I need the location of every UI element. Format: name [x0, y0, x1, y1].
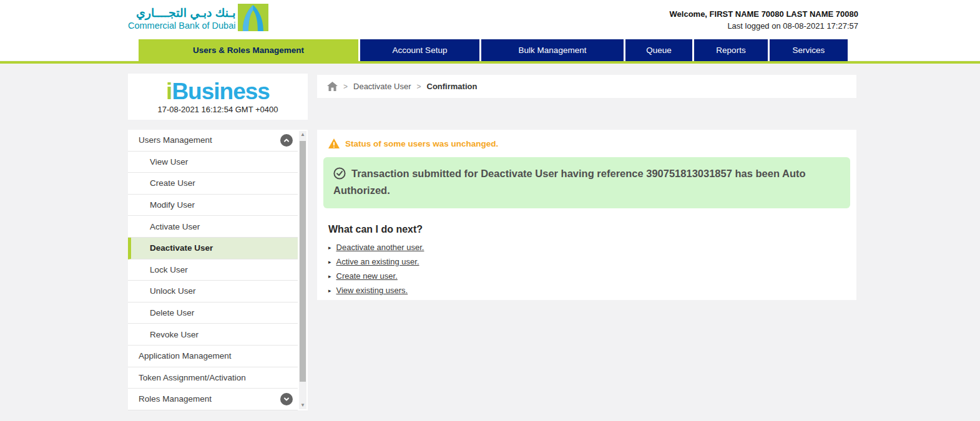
- create-new-user-link[interactable]: Create new user.: [336, 271, 398, 281]
- list-item: ▸ Create new user.: [328, 271, 856, 281]
- sidebar-item-token-assignment-activation[interactable]: Token Assignment/Activation: [128, 367, 298, 389]
- sidebar-item-label: Token Assignment/Activation: [139, 373, 246, 382]
- success-text: Transaction submitted for Deactivate Use…: [333, 168, 806, 196]
- sidebar-item-lock-user[interactable]: Lock User: [128, 259, 298, 281]
- bank-name-arabic: بـنك دبـي التجــــاري: [128, 6, 235, 20]
- view-existing-users-link[interactable]: View existing users.: [336, 286, 408, 295]
- sidebar-item-label: Users Management: [139, 135, 212, 145]
- chevron-up-icon[interactable]: [280, 134, 293, 147]
- warning-text: Status of some users was unchanged.: [345, 139, 498, 148]
- active-existing-user-link[interactable]: Active an existing user.: [336, 257, 419, 266]
- list-item: ▸ Deactivate another user.: [328, 243, 856, 252]
- home-icon[interactable]: [327, 82, 338, 91]
- breadcrumb: > Deactivate User > Confirmation: [317, 75, 856, 98]
- sidebar-item-label: Lock User: [150, 265, 188, 274]
- bank-logo-icon: [238, 4, 268, 31]
- scrollbar-down-arrow-icon[interactable]: ▼: [299, 402, 306, 409]
- breadcrumb-section[interactable]: Deactivate User: [353, 82, 411, 91]
- sidebar-item-label: View User: [150, 157, 188, 167]
- sidebar-item-modify-user[interactable]: Modify User: [128, 195, 298, 216]
- sidebar-item-create-user[interactable]: Create User: [128, 173, 298, 195]
- success-message-box: Transaction submitted for Deactivate Use…: [323, 157, 850, 208]
- tab-users-roles-management[interactable]: Users & Roles Management: [139, 39, 358, 61]
- welcome-text: Welcome, FIRST NAME 70080 LAST NAME 7008…: [670, 8, 858, 20]
- list-item: ▸ View existing users.: [328, 286, 856, 295]
- triangle-bullet-icon: ▸: [328, 273, 331, 279]
- chevron-down-icon[interactable]: [280, 393, 293, 405]
- sidebar-item-label: Roles Management: [139, 394, 212, 404]
- scrollbar-thumb[interactable]: [300, 141, 306, 382]
- list-item: ▸ Active an existing user.: [328, 257, 856, 266]
- triangle-bullet-icon: ▸: [328, 288, 331, 294]
- sidebar-item-revoke-user[interactable]: Revoke User: [128, 324, 298, 346]
- sidebar-item-label: Unlock User: [150, 286, 196, 296]
- user-session-info: Welcome, FIRST NAME 70080 LAST NAME 7008…: [670, 8, 858, 32]
- sidebar-item-label: Revoke User: [150, 330, 198, 339]
- session-timestamp: 17-08-2021 16:12:54 GMT +0400: [128, 105, 308, 114]
- main-navigation: Users & Roles Management Account Setup B…: [139, 39, 850, 61]
- sidebar-item-activate-user[interactable]: Activate User: [128, 216, 298, 238]
- sidebar-menu: Users Management View User Create User M…: [128, 130, 308, 410]
- tab-services[interactable]: Services: [770, 39, 848, 61]
- sidebar-item-label: Deactivate User: [150, 243, 213, 253]
- sidebar-brand-panel: iBusiness 17-08-2021 16:12:54 GMT +0400: [128, 74, 308, 120]
- bank-name-english: Commercial Bank of Dubai: [128, 20, 235, 31]
- tab-bulk-management[interactable]: Bulk Management: [481, 39, 624, 61]
- nav-underline: [0, 61, 980, 64]
- ibusiness-logo-rest: Business: [172, 79, 270, 104]
- next-steps-heading: What can I do next?: [328, 224, 856, 235]
- sidebar-item-label: Application Management: [139, 351, 232, 361]
- breadcrumb-separator: >: [343, 82, 348, 91]
- sidebar-item-unlock-user[interactable]: Unlock User: [128, 281, 298, 302]
- triangle-bullet-icon: ▸: [328, 259, 331, 265]
- warning-message: Status of some users was unchanged.: [328, 138, 856, 148]
- breadcrumb-current-page: Confirmation: [427, 82, 478, 91]
- sidebar-item-view-user[interactable]: View User: [128, 152, 298, 173]
- tab-queue[interactable]: Queue: [625, 39, 692, 61]
- deactivate-another-user-link[interactable]: Deactivate another user.: [336, 243, 424, 252]
- sidebar-item-application-management[interactable]: Application Management: [128, 346, 298, 367]
- bank-logo-text: بـنك دبـي التجــــاري Commercial Bank of…: [128, 6, 235, 31]
- warning-triangle-icon: [328, 138, 340, 148]
- scrollbar-up-arrow-icon[interactable]: ▲: [299, 131, 306, 138]
- sidebar-item-users-management[interactable]: Users Management: [128, 130, 298, 152]
- ibusiness-logo: iBusiness: [128, 79, 308, 104]
- sidebar-item-roles-management[interactable]: Roles Management: [128, 389, 298, 410]
- tab-reports[interactable]: Reports: [694, 39, 768, 61]
- ibusiness-logo-i: i: [166, 79, 172, 104]
- sidebar-menu-list: Users Management View User Create User M…: [128, 130, 298, 410]
- tab-account-setup[interactable]: Account Setup: [360, 39, 479, 61]
- sidebar-item-label: Activate User: [150, 222, 200, 231]
- check-circle-icon: [333, 167, 346, 180]
- sidebar-scrollbar[interactable]: ▲ ▼: [299, 131, 306, 409]
- bank-logo: بـنك دبـي التجــــاري Commercial Bank of…: [128, 4, 268, 31]
- sidebar-item-label: Create User: [150, 178, 195, 188]
- triangle-bullet-icon: ▸: [328, 244, 331, 251]
- last-logged-text: Last logged on 08-08-2021 17:27:57: [670, 20, 858, 32]
- sidebar-item-deactivate-user[interactable]: Deactivate User: [128, 238, 298, 259]
- breadcrumb-separator: >: [417, 82, 421, 91]
- sidebar-item-label: Modify User: [150, 200, 195, 210]
- next-steps-links: ▸ Deactivate another user. ▸ Active an e…: [328, 243, 856, 295]
- sidebar-item-label: Delete User: [150, 308, 194, 317]
- main-content: Status of some users was unchanged. Tran…: [317, 130, 856, 300]
- sidebar-item-delete-user[interactable]: Delete User: [128, 302, 298, 324]
